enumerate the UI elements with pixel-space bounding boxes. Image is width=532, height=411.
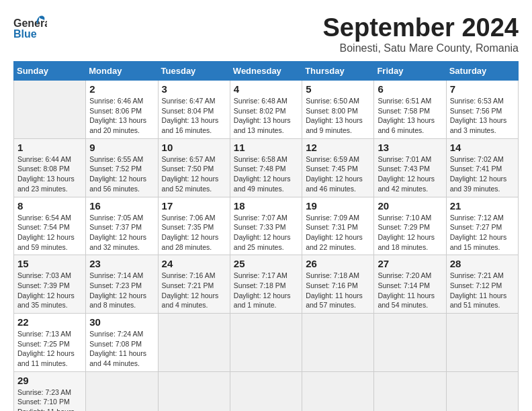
day-number: 22	[17, 316, 82, 328]
day-info: Sunrise: 7:16 AM Sunset: 7:21 PM Dayligh…	[162, 271, 226, 310]
weekday-header-tuesday: Tuesday	[158, 62, 230, 81]
month-title: September 2024	[323, 13, 519, 42]
calendar-cell: 19 Sunrise: 7:09 AM Sunset: 7:31 PM Dayl…	[302, 197, 374, 255]
day-number: 23	[89, 258, 154, 269]
daylight-hours: Daylight: 12 hours and 11 minutes.	[17, 349, 75, 367]
day-info: Sunrise: 6:51 AM Sunset: 7:58 PM Dayligh…	[378, 96, 442, 136]
daylight-hours: Daylight: 13 hours and 23 minutes.	[17, 175, 75, 193]
day-info: Sunrise: 7:23 AM Sunset: 7:10 PM Dayligh…	[17, 387, 82, 411]
weekday-header-friday: Friday	[374, 62, 446, 81]
svg-text:General: General	[13, 17, 47, 29]
calendar-week-row-1: 2 Sunrise: 6:46 AM Sunset: 8:06 PM Dayli…	[14, 81, 519, 139]
daylight-hours: Daylight: 12 hours and 42 minutes.	[378, 175, 435, 193]
sunrise-time: Sunrise: 7:24 AM	[89, 330, 143, 338]
daylight-hours: Daylight: 12 hours and 46 minutes.	[306, 175, 363, 193]
daylight-hours: Daylight: 13 hours and 16 minutes.	[162, 116, 219, 134]
calendar-cell: 7 Sunrise: 6:53 AM Sunset: 7:56 PM Dayli…	[446, 81, 518, 139]
calendar-cell	[230, 371, 302, 411]
day-number: 29	[17, 375, 82, 386]
day-number: 4	[234, 83, 298, 95]
sunrise-time: Sunrise: 7:01 AM	[378, 155, 431, 163]
day-number: 11	[234, 142, 298, 153]
sunset-time: Sunset: 7:50 PM	[162, 165, 214, 173]
day-number: 18	[234, 200, 298, 212]
day-number: 5	[306, 83, 370, 95]
calendar-cell: 27 Sunrise: 7:20 AM Sunset: 7:14 PM Dayl…	[374, 255, 446, 314]
calendar-cell: 14 Sunrise: 7:02 AM Sunset: 7:41 PM Dayl…	[446, 138, 518, 197]
location-subtitle: Boinesti, Satu Mare County, Romania	[323, 42, 519, 54]
day-number: 6	[378, 83, 442, 95]
daylight-hours: Daylight: 13 hours and 13 minutes.	[234, 116, 291, 134]
sunset-time: Sunset: 8:06 PM	[89, 107, 142, 115]
daylight-hours: Daylight: 12 hours and 4 minutes.	[162, 291, 219, 310]
calendar-week-row-4: 15 Sunrise: 7:03 AM Sunset: 7:39 PM Dayl…	[14, 255, 519, 314]
sunrise-time: Sunrise: 6:59 AM	[306, 155, 359, 163]
sunset-time: Sunset: 7:41 PM	[450, 165, 502, 173]
sunset-time: Sunset: 7:45 PM	[306, 165, 358, 173]
sunset-time: Sunset: 7:31 PM	[306, 223, 358, 231]
daylight-hours: Daylight: 13 hours and 6 minutes.	[378, 116, 435, 134]
sunset-time: Sunset: 7:52 PM	[89, 165, 142, 173]
sunrise-time: Sunrise: 7:02 AM	[450, 155, 504, 163]
calendar-cell: 1 Sunrise: 6:44 AM Sunset: 8:08 PM Dayli…	[14, 138, 86, 197]
calendar-cell: 23 Sunrise: 7:14 AM Sunset: 7:23 PM Dayl…	[86, 255, 158, 314]
daylight-hours: Daylight: 12 hours and 32 minutes.	[89, 233, 146, 251]
day-info: Sunrise: 6:46 AM Sunset: 8:06 PM Dayligh…	[89, 96, 154, 136]
daylight-hours: Daylight: 11 hours and 54 minutes.	[378, 291, 435, 310]
sunrise-time: Sunrise: 7:14 AM	[89, 271, 143, 279]
calendar-cell	[14, 81, 86, 139]
day-number: 12	[306, 142, 370, 153]
sunset-time: Sunset: 7:35 PM	[162, 223, 214, 231]
sunrise-time: Sunrise: 6:50 AM	[306, 97, 359, 105]
sunset-time: Sunset: 7:12 PM	[450, 281, 502, 289]
day-info: Sunrise: 7:05 AM Sunset: 7:37 PM Dayligh…	[89, 213, 154, 253]
daylight-hours: Daylight: 12 hours and 52 minutes.	[162, 175, 219, 193]
calendar-cell: 21 Sunrise: 7:12 AM Sunset: 7:27 PM Dayl…	[446, 197, 518, 255]
calendar-cell: 15 Sunrise: 7:03 AM Sunset: 7:39 PM Dayl…	[14, 255, 86, 314]
calendar-cell	[446, 314, 518, 372]
daylight-hours: Daylight: 12 hours and 56 minutes.	[89, 175, 146, 193]
weekday-header-thursday: Thursday	[302, 62, 374, 81]
day-info: Sunrise: 6:50 AM Sunset: 8:00 PM Dayligh…	[306, 96, 370, 136]
day-info: Sunrise: 7:21 AM Sunset: 7:12 PM Dayligh…	[450, 271, 515, 310]
calendar-cell: 30 Sunrise: 7:24 AM Sunset: 7:08 PM Dayl…	[86, 314, 158, 372]
sunset-time: Sunset: 7:39 PM	[17, 281, 70, 289]
sunrise-time: Sunrise: 6:51 AM	[378, 97, 431, 105]
day-number: 25	[234, 258, 298, 269]
day-info: Sunrise: 6:59 AM Sunset: 7:45 PM Dayligh…	[306, 154, 370, 194]
sunrise-time: Sunrise: 7:09 AM	[306, 214, 359, 222]
sunrise-time: Sunrise: 7:05 AM	[89, 214, 143, 222]
sunset-time: Sunset: 7:56 PM	[450, 107, 502, 115]
sunrise-time: Sunrise: 7:10 AM	[378, 214, 431, 222]
sunset-time: Sunset: 7:58 PM	[378, 107, 430, 115]
daylight-hours: Daylight: 12 hours and 35 minutes.	[17, 291, 75, 310]
day-number: 21	[450, 200, 515, 212]
day-info: Sunrise: 6:44 AM Sunset: 8:08 PM Dayligh…	[17, 154, 82, 194]
calendar-week-row-5: 22 Sunrise: 7:13 AM Sunset: 7:25 PM Dayl…	[14, 314, 519, 372]
calendar-cell: 11 Sunrise: 6:58 AM Sunset: 7:48 PM Dayl…	[230, 138, 302, 197]
daylight-hours: Daylight: 12 hours and 59 minutes.	[17, 233, 75, 251]
daylight-hours: Daylight: 13 hours and 3 minutes.	[450, 116, 507, 134]
day-number: 8	[17, 200, 82, 212]
day-info: Sunrise: 7:10 AM Sunset: 7:29 PM Dayligh…	[378, 213, 442, 253]
weekday-header-saturday: Saturday	[446, 62, 518, 81]
sunrise-time: Sunrise: 7:17 AM	[234, 271, 287, 279]
day-info: Sunrise: 7:13 AM Sunset: 7:25 PM Dayligh…	[17, 329, 82, 369]
day-number: 9	[89, 142, 154, 153]
calendar-week-row-2: 1 Sunrise: 6:44 AM Sunset: 8:08 PM Dayli…	[14, 138, 519, 197]
sunset-time: Sunset: 7:18 PM	[234, 281, 286, 289]
calendar-cell: 16 Sunrise: 7:05 AM Sunset: 7:37 PM Dayl…	[86, 197, 158, 255]
calendar-cell: 8 Sunrise: 6:54 AM Sunset: 7:54 PM Dayli…	[14, 197, 86, 255]
calendar-cell: 12 Sunrise: 6:59 AM Sunset: 7:45 PM Dayl…	[302, 138, 374, 197]
calendar-cell: 24 Sunrise: 7:16 AM Sunset: 7:21 PM Dayl…	[158, 255, 230, 314]
sunrise-time: Sunrise: 6:58 AM	[234, 155, 287, 163]
day-info: Sunrise: 7:07 AM Sunset: 7:33 PM Dayligh…	[234, 213, 298, 253]
sunset-time: Sunset: 7:14 PM	[378, 281, 430, 289]
sunrise-time: Sunrise: 7:12 AM	[450, 214, 504, 222]
calendar-cell	[158, 371, 230, 411]
sunrise-time: Sunrise: 6:57 AM	[162, 155, 216, 163]
day-info: Sunrise: 6:58 AM Sunset: 7:48 PM Dayligh…	[234, 154, 298, 194]
calendar-week-row-3: 8 Sunrise: 6:54 AM Sunset: 7:54 PM Dayli…	[14, 197, 519, 255]
day-info: Sunrise: 7:18 AM Sunset: 7:16 PM Dayligh…	[306, 271, 370, 310]
title-block: September 2024 Boinesti, Satu Mare Count…	[323, 13, 519, 54]
